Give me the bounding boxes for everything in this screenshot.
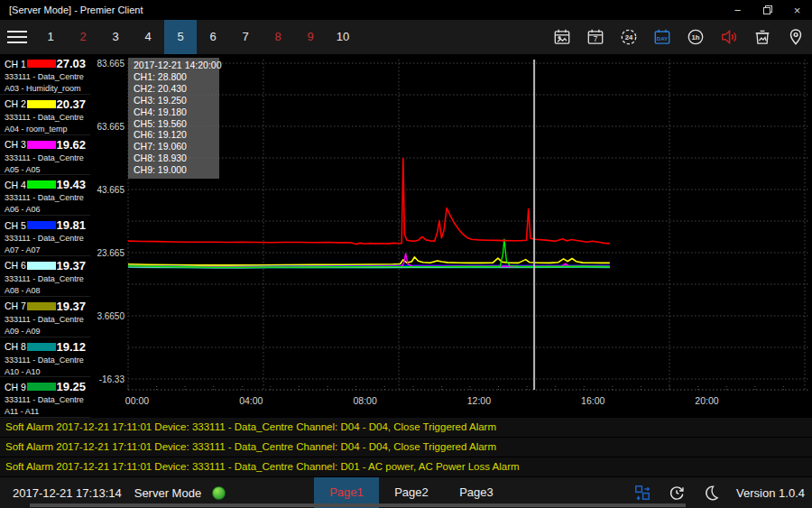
graph-page-5-tab[interactable]: 5 — [164, 20, 197, 54]
channel-row-3[interactable]: CH 3 19.62 333111 - Data_Centre A05 - A0… — [0, 135, 90, 176]
channel-value: 19.12 — [56, 340, 86, 354]
window-controls: − × — [723, 0, 812, 20]
channel-row-8[interactable]: CH 8 19.12 333111 - Data_Centre A10 - A1… — [0, 337, 90, 378]
graph-page-7-tab[interactable]: 7 — [229, 20, 262, 54]
svg-text:04:00: 04:00 — [239, 395, 263, 406]
svg-text:12:00: 12:00 — [467, 395, 491, 406]
channel-point: A11 - A11 — [5, 407, 90, 416]
channel-row-9[interactable]: CH 9 19.25 333111 - Data_Centre A11 - A1… — [0, 377, 90, 418]
x-axis-labels: 00:0004:0008:0012:0016:0020:00 — [125, 395, 719, 406]
channel-id: CH 7 — [5, 300, 27, 311]
channel-point: A07 - A07 — [5, 245, 90, 254]
channel-device: 333111 - Data_Centre — [5, 72, 90, 81]
tooltip-ch4-value: CH4: 19.180 — [128, 106, 219, 118]
channel-row-1[interactable]: CH 1 27.03 333111 - Data_Centre A03 - Hu… — [0, 54, 90, 95]
channel-point: A03 - Humidity_room — [5, 84, 90, 93]
snapshot-button[interactable] — [745, 20, 779, 54]
channel-color-swatch — [27, 302, 57, 310]
channel-value: 20.37 — [56, 97, 86, 111]
alarm-message-3[interactable]: Soft Alarm 2017-12-21 17:11:01 Device: 3… — [0, 457, 812, 476]
graph-page-8-tab[interactable]: 8 — [262, 20, 294, 54]
channel-value: 19.37 — [56, 300, 86, 313]
graph-page-4-tab[interactable]: 4 — [132, 20, 164, 54]
sync-history-icon — [668, 484, 686, 502]
channel-device: 333111 - Data_Centre — [5, 234, 90, 243]
hamburger-icon — [7, 31, 27, 32]
tooltip-ch9-value: CH9: 19.000 — [128, 164, 219, 176]
calendar-week-button[interactable]: 7 — [578, 20, 612, 54]
channel-color-swatch — [27, 383, 57, 391]
graph-page-3-tab[interactable]: 3 — [99, 20, 132, 54]
channel-row-5[interactable]: CH 5 19.81 333111 - Data_Centre A07 - A0… — [0, 216, 90, 256]
version-text: Version 1.0.4 — [736, 486, 805, 500]
channel-device: 333111 - Data_Centre — [5, 315, 90, 324]
hours-24-button[interactable]: 24 — [612, 20, 645, 54]
sync-button[interactable] — [668, 484, 686, 502]
toolbar-icons: 7 24 DAY 1h — [545, 20, 812, 54]
graph-page-10-tab[interactable]: 10 — [327, 20, 359, 54]
minimize-button[interactable]: − — [723, 0, 752, 20]
tooltip-ch8-value: CH8: 18.930 — [128, 152, 219, 164]
svg-text:3.6650: 3.6650 — [97, 311, 125, 321]
premier-client-window: { "window": { "title": "[Server Mode] - … — [0, 0, 812, 508]
channel-row-4[interactable]: CH 4 19.43 333111 - Data_Centre A06 - A0… — [0, 175, 90, 216]
channel-device: 333111 - Data_Centre — [5, 193, 90, 202]
channel-id: CH 3 — [5, 139, 27, 150]
tooltip-ch3-value: CH3: 19.250 — [128, 95, 219, 106]
channel-value: 19.81 — [56, 218, 86, 232]
alarm-list: Soft Alarm 2017-12-21 17:11:01 Device: 3… — [0, 418, 812, 477]
svg-text:00:00: 00:00 — [125, 395, 149, 406]
alarm-message-2[interactable]: Soft Alarm 2017-12-21 17:11:01 Device: 3… — [0, 438, 812, 457]
channel-row-6[interactable]: CH 6 19.37 333111 - Data_Centre A08 - A0… — [0, 256, 90, 297]
connection-status-led — [212, 486, 226, 500]
tooltip-ch5-value: CH5: 19.560 — [128, 118, 219, 130]
svg-text:-16.33: -16.33 — [99, 374, 125, 384]
series-ch2-line — [128, 257, 610, 265]
svg-text:7: 7 — [593, 35, 597, 43]
calendar-export-button[interactable] — [545, 20, 578, 54]
channel-device: 333111 - Data_Centre — [5, 274, 90, 283]
horizontal-scrollbar[interactable] — [30, 503, 686, 507]
svg-text:23.665: 23.665 — [97, 248, 125, 258]
location-button[interactable] — [779, 20, 812, 54]
channel-row-7[interactable]: CH 7 19.37 333111 - Data_Centre A09 - A0… — [0, 297, 90, 337]
channel-device: 333111 - Data_Centre — [5, 356, 90, 365]
graph-page-1-tab[interactable]: 1 — [34, 20, 67, 54]
location-pin-icon — [786, 27, 806, 47]
menu-button[interactable] — [0, 20, 34, 54]
layout-switch-button[interactable] — [633, 484, 651, 502]
channel-point: A06 - A06 — [5, 205, 90, 214]
close-button[interactable]: × — [782, 0, 812, 20]
trend-chart[interactable]: 83.66563.66543.66523.6653.6650-16.3300:0… — [90, 54, 812, 418]
hour-view-button[interactable]: 1h — [678, 20, 712, 54]
channel-value: 19.37 — [56, 259, 86, 272]
day-view-icon: DAY — [652, 27, 672, 47]
tooltip-ch7-value: CH7: 19.060 — [128, 141, 219, 152]
alarm-message-1[interactable]: Soft Alarm 2017-12-21 17:11:01 Device: 3… — [0, 418, 812, 437]
moon-icon — [702, 484, 720, 502]
channel-value: 27.03 — [56, 57, 86, 70]
channel-color-swatch — [27, 100, 57, 108]
night-mode-button[interactable] — [702, 484, 720, 502]
alarm-sound-button[interactable] — [712, 20, 745, 54]
main-area: CH 1 27.03 333111 - Data_Centre A03 - Hu… — [0, 54, 812, 418]
channel-row-2[interactable]: CH 2 20.37 333111 - Data_Centre A04 - ro… — [0, 95, 90, 135]
graph-page-2-tab[interactable]: 2 — [67, 20, 99, 54]
graph-page-9-tab[interactable]: 9 — [294, 20, 327, 54]
channel-device: 333111 - Data_Centre — [5, 153, 90, 162]
channel-color-swatch — [27, 180, 57, 189]
channel-color-swatch — [27, 60, 57, 68]
svg-text:08:00: 08:00 — [353, 395, 376, 406]
day-view-button[interactable]: DAY — [645, 20, 678, 54]
channel-id: CH 6 — [5, 260, 27, 271]
channel-value: 19.25 — [56, 380, 86, 393]
svg-text:24: 24 — [624, 33, 632, 42]
chart-tooltip: 2017-12-21 14:20:00CH1: 28.800CH2: 20.43… — [128, 58, 219, 179]
restore-button[interactable] — [752, 0, 782, 20]
svg-text:16:00: 16:00 — [581, 395, 604, 406]
graph-page-6-tab[interactable]: 6 — [197, 20, 229, 54]
statusbar-icons: Version 1.0.4 — [633, 484, 812, 502]
server-mode-label: Server Mode — [134, 486, 201, 500]
tooltip-ch1-value: CH1: 28.800 — [128, 71, 219, 83]
channel-value: 19.62 — [56, 138, 86, 152]
